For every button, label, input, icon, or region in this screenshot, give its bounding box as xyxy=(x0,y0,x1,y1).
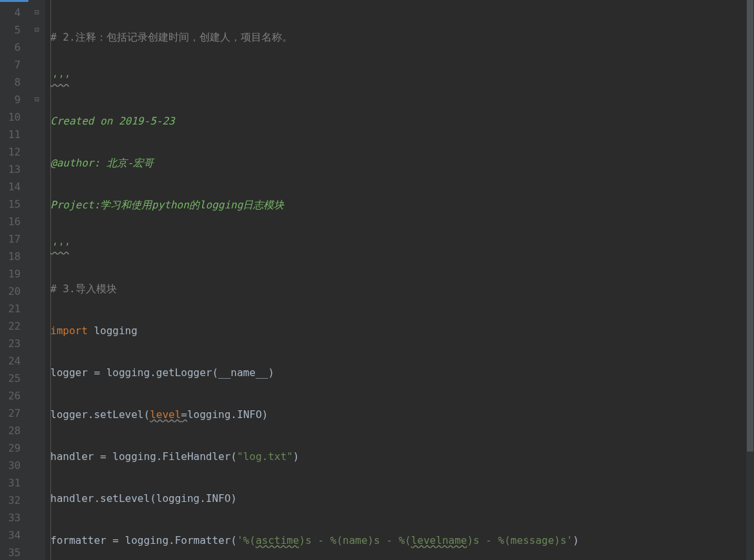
code-line[interactable]: # 3.导入模块 xyxy=(50,280,754,297)
line-number: 25 xyxy=(0,370,28,387)
line-number-gutter: 4567891011121314151617181920212223242526… xyxy=(0,0,28,560)
line-number: 28 xyxy=(0,422,28,439)
string-token: )s - %(name)s - %( xyxy=(299,534,411,546)
fold-icon[interactable]: ⊟ xyxy=(28,21,45,39)
line-number: 29 xyxy=(0,439,28,457)
docstring-text: ''' xyxy=(50,73,69,85)
code-line[interactable]: handler = logging.FileHandler("log.txt") xyxy=(50,448,754,465)
code-token: handler = logging.FileHandler( xyxy=(50,450,237,463)
string-token: "log.txt" xyxy=(237,450,293,463)
fold-icon[interactable]: ⊟ xyxy=(28,4,45,21)
code-line[interactable]: @author: 北京-宏哥 xyxy=(50,154,754,172)
docstring-text: @author: 北京-宏哥 xyxy=(50,157,154,169)
line-number: 9 xyxy=(0,91,28,108)
scrollbar-thumb[interactable] xyxy=(747,0,753,452)
line-number: 14 xyxy=(0,178,28,195)
line-number: 17 xyxy=(0,230,28,248)
fold-end-icon: ⊟ xyxy=(28,91,45,108)
code-line[interactable]: # 2.注释：包括记录创建时间，创建人，项目名称。 xyxy=(50,28,754,46)
code-token: handler.setLevel(logging.INFO) xyxy=(50,492,237,505)
line-number: 10 xyxy=(0,108,28,126)
code-line[interactable]: handler.setLevel(logging.INFO) xyxy=(50,490,754,507)
line-number: 27 xyxy=(0,405,28,422)
line-number: 32 xyxy=(0,492,28,509)
code-token: formatter = logging.Formatter( xyxy=(50,534,237,546)
line-number: 8 xyxy=(0,74,28,91)
line-number: 34 xyxy=(0,526,28,544)
line-number: 19 xyxy=(0,265,28,283)
code-line[interactable]: formatter = logging.Formatter('%(asctime… xyxy=(50,532,754,549)
keyword: import xyxy=(50,325,88,337)
line-number: 16 xyxy=(0,213,28,230)
code-line[interactable]: logger.setLevel(level=logging.INFO) xyxy=(50,406,754,423)
docstring-text: Project:学习和使用python的logging日志模块 xyxy=(50,199,284,211)
string-token: levelname xyxy=(411,534,467,546)
line-number: 6 xyxy=(0,39,28,56)
line-number: 22 xyxy=(0,317,28,335)
code-editor[interactable]: 4567891011121314151617181920212223242526… xyxy=(0,0,754,560)
comment-text: # 3.导入模块 xyxy=(50,283,117,295)
line-number: 13 xyxy=(0,161,28,178)
code-line[interactable]: Project:学习和使用python的logging日志模块 xyxy=(50,196,754,214)
line-number: 30 xyxy=(0,457,28,474)
code-token: = xyxy=(181,408,187,421)
code-token: logging.INFO) xyxy=(187,408,268,421)
string-token: asctime xyxy=(256,534,299,546)
line-number: 7 xyxy=(0,56,28,74)
docstring-text: ''' xyxy=(50,241,69,253)
string-token: )s - %(message)s' xyxy=(467,534,573,546)
code-token: logger.setLevel( xyxy=(50,408,150,421)
line-number: 18 xyxy=(0,248,28,265)
code-line[interactable]: import logging xyxy=(50,322,754,339)
line-number: 23 xyxy=(0,335,28,352)
code-token: logger = logging.getLogger(__name__) xyxy=(50,366,274,379)
line-number: 11 xyxy=(0,126,28,143)
line-number: 33 xyxy=(0,509,28,526)
code-token: ) xyxy=(293,450,300,463)
line-number: 26 xyxy=(0,387,28,405)
line-number: 12 xyxy=(0,143,28,161)
code-line[interactable]: Created on 2019-5-23 xyxy=(50,112,754,130)
vertical-scrollbar[interactable] xyxy=(746,0,754,560)
tab-indicator xyxy=(0,0,32,2)
code-line[interactable]: logger = logging.getLogger(__name__) xyxy=(50,364,754,381)
line-number: 15 xyxy=(0,195,28,213)
line-number: 35 xyxy=(0,544,28,560)
fold-column: ⊟ ⊟ ⊟ xyxy=(28,0,45,560)
comment-text: # 2.注释：包括记录创建时间，创建人，项目名称。 xyxy=(50,31,292,43)
line-number: 4 xyxy=(0,4,28,21)
param-token: level xyxy=(150,408,181,421)
line-number: 21 xyxy=(0,300,28,317)
line-number: 31 xyxy=(0,474,28,492)
code-line[interactable]: ''' xyxy=(50,70,754,88)
docstring-text: Created on 2019-5-23 xyxy=(50,115,175,127)
line-number: 20 xyxy=(0,283,28,300)
line-number: 5 xyxy=(0,21,28,39)
code-token: ) xyxy=(573,534,579,546)
string-token: '%( xyxy=(237,534,256,546)
code-token: logging xyxy=(88,325,138,337)
code-line[interactable]: ''' xyxy=(50,238,754,255)
code-area[interactable]: # 2.注释：包括记录创建时间，创建人，项目名称。 ''' Created on… xyxy=(45,0,754,560)
line-number: 24 xyxy=(0,352,28,370)
